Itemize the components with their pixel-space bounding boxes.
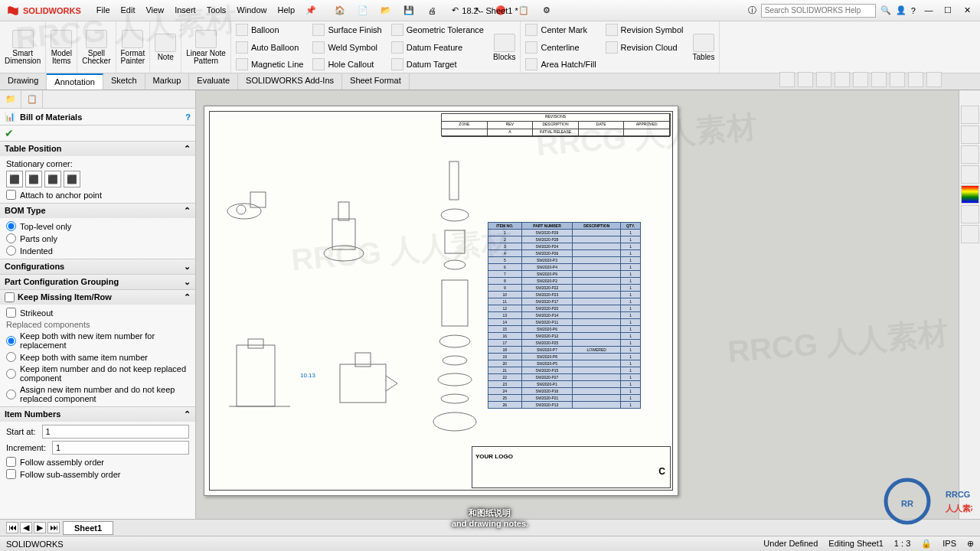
side-view[interactable] xyxy=(332,349,401,410)
menu-help[interactable]: Help xyxy=(273,2,299,18)
keep-both-new-radio[interactable] xyxy=(6,336,16,346)
attach-anchor-checkbox[interactable] xyxy=(6,190,16,200)
sheet-last-icon[interactable]: ⏭ xyxy=(47,522,60,533)
iso-view-1[interactable] xyxy=(221,181,275,227)
design-library-icon[interactable] xyxy=(961,126,979,144)
follow-assembly-checkbox[interactable] xyxy=(6,457,16,467)
surface-finish-button[interactable]: Surface Finish xyxy=(312,21,381,38)
note-button[interactable]: Note xyxy=(150,21,181,73)
table-row[interactable]: 15SW2020-P61 xyxy=(488,326,641,333)
sheet-first-icon[interactable]: ⏮ xyxy=(6,522,18,533)
search-icon[interactable]: 🔍 xyxy=(880,5,891,15)
table-row[interactable]: 10SW2020-P231 xyxy=(488,292,641,298)
user-icon[interactable]: 👤 xyxy=(896,5,906,15)
chevron-down-icon[interactable]: ⌄ xyxy=(184,277,191,287)
table-row[interactable]: 21SW2020-P151 xyxy=(488,367,641,374)
revision-cloud-button[interactable]: Revision Cloud xyxy=(606,39,684,56)
chevron-up-icon[interactable]: ⌃ xyxy=(184,206,191,216)
assign-new-no-replaced-radio[interactable] xyxy=(6,390,16,399)
zoom-fit-icon[interactable] xyxy=(779,72,795,87)
table-row[interactable]: 1SW2020-P291 xyxy=(488,230,641,236)
chevron-up-icon[interactable]: ⌃ xyxy=(184,144,191,154)
configurations-header[interactable]: Configurations xyxy=(5,262,64,272)
open-icon[interactable]: 📂 xyxy=(377,2,394,19)
resources-icon[interactable] xyxy=(961,106,979,124)
forum-icon[interactable] xyxy=(961,225,979,243)
apply-scene-icon[interactable] xyxy=(926,72,942,87)
status-scale[interactable]: 1 : 3 xyxy=(894,539,910,549)
table-row[interactable]: 2SW2020-P281 xyxy=(488,236,641,243)
chevron-up-icon[interactable]: ⌃ xyxy=(184,292,191,302)
maximize-icon[interactable]: ☐ xyxy=(939,5,956,15)
tab-addins[interactable]: SOLIDWORKS Add-Ins xyxy=(238,73,342,90)
smart-dimension-button[interactable]: SmartDimension xyxy=(0,21,46,73)
view-palette-icon[interactable] xyxy=(961,165,979,184)
linear-note-pattern-button[interactable]: Linear NotePattern xyxy=(181,21,231,73)
save-icon[interactable]: 💾 xyxy=(400,2,417,19)
keep-both-same-radio[interactable] xyxy=(6,352,16,362)
status-target-icon[interactable]: ⊕ xyxy=(967,539,974,549)
format-painter-button[interactable]: FormatPainter xyxy=(116,21,151,73)
hole-callout-button[interactable]: Hole Callout xyxy=(312,56,381,73)
tab-drawing[interactable]: Drawing xyxy=(0,73,47,90)
iso-view-2[interactable] xyxy=(317,196,371,265)
corner-bl-button[interactable]: ⬛ xyxy=(44,171,61,187)
property-help-icon[interactable]: ? xyxy=(185,112,191,122)
settings-icon[interactable]: ⚙ xyxy=(538,2,555,19)
menu-file[interactable]: File xyxy=(92,2,115,18)
center-mark-button[interactable]: Center Mark xyxy=(525,21,596,38)
chevron-up-icon[interactable]: ⌃ xyxy=(184,409,191,419)
table-row[interactable]: 23SW2020-P11 xyxy=(488,381,641,388)
table-row[interactable]: 19SW2020-P81 xyxy=(488,354,641,360)
status-units[interactable]: IPS xyxy=(942,539,956,549)
geometric-tolerance-button[interactable]: Geometric Tolerance xyxy=(391,21,484,38)
minimize-icon[interactable]: — xyxy=(920,5,937,15)
close-icon[interactable]: ✕ xyxy=(959,5,975,15)
sheet-next-icon[interactable]: ▶ xyxy=(34,522,46,533)
file-explorer-icon[interactable] xyxy=(961,145,979,164)
magnetic-line-button[interactable]: Magnetic Line xyxy=(236,56,304,73)
bom-header[interactable]: DESCRIPTION xyxy=(573,223,621,230)
area-hatch-button[interactable]: Area Hatch/Fill xyxy=(525,56,596,73)
tab-sketch[interactable]: Sketch xyxy=(103,73,145,90)
menu-view[interactable]: View xyxy=(141,2,168,18)
table-row[interactable]: 18SW2020-P7LOWERED1 xyxy=(488,347,641,354)
display-style-icon[interactable] xyxy=(871,72,887,87)
keep-item-no-replaced-radio[interactable] xyxy=(6,369,16,379)
table-row[interactable]: 26SW2020-P131 xyxy=(488,402,641,409)
new-icon[interactable]: 📄 xyxy=(354,2,371,19)
appearances-icon[interactable] xyxy=(961,185,979,204)
table-row[interactable]: 7SW2020-P91 xyxy=(488,271,641,278)
table-position-header[interactable]: Table Position xyxy=(5,144,61,154)
feature-tree-tab-icon[interactable]: 📁 xyxy=(0,90,21,108)
blocks-button[interactable]: Blocks xyxy=(488,21,521,73)
table-row[interactable]: 24SW2020-P161 xyxy=(488,388,641,395)
datum-target-button[interactable]: Datum Target xyxy=(391,56,484,73)
dimension-value[interactable]: 10.13 xyxy=(300,372,315,379)
table-row[interactable]: 11SW2020-P171 xyxy=(488,298,641,305)
table-row[interactable]: 20SW2020-P51 xyxy=(488,360,641,367)
item-numbers-header[interactable]: Item Numbers xyxy=(5,409,60,419)
rotate-icon[interactable] xyxy=(853,72,868,87)
table-row[interactable]: 22SW2020-P271 xyxy=(488,374,641,381)
bom-header[interactable]: ITEM NO. xyxy=(488,223,522,230)
menu-pin-icon[interactable]: 📌 xyxy=(301,2,321,18)
datum-feature-button[interactable]: Datum Feature xyxy=(391,39,484,56)
table-row[interactable]: 8SW2020-P21 xyxy=(488,278,641,285)
balloon-button[interactable]: Balloon xyxy=(236,21,304,38)
status-lock-icon[interactable]: 🔒 xyxy=(921,539,932,549)
sheet1-tab[interactable]: Sheet1 xyxy=(63,521,113,535)
table-row[interactable]: 6SW2020-P41 xyxy=(488,264,641,271)
hide-show-icon[interactable] xyxy=(890,72,905,87)
table-row[interactable]: 13SW2020-P141 xyxy=(488,312,641,319)
parts-only-radio[interactable] xyxy=(6,233,16,243)
model-items-button[interactable]: ModelItems xyxy=(46,21,77,73)
print-icon[interactable]: 🖨 xyxy=(423,2,440,19)
sheet-prev-icon[interactable]: ◀ xyxy=(20,522,32,533)
tab-evaluate[interactable]: Evaluate xyxy=(189,73,238,90)
search-input[interactable] xyxy=(761,4,876,18)
property-tab-icon[interactable]: 📋 xyxy=(21,90,43,108)
tab-markup[interactable]: Markup xyxy=(145,73,190,90)
table-row[interactable]: 16SW2020-P121 xyxy=(488,333,641,340)
zoom-prev-icon[interactable] xyxy=(816,72,831,87)
